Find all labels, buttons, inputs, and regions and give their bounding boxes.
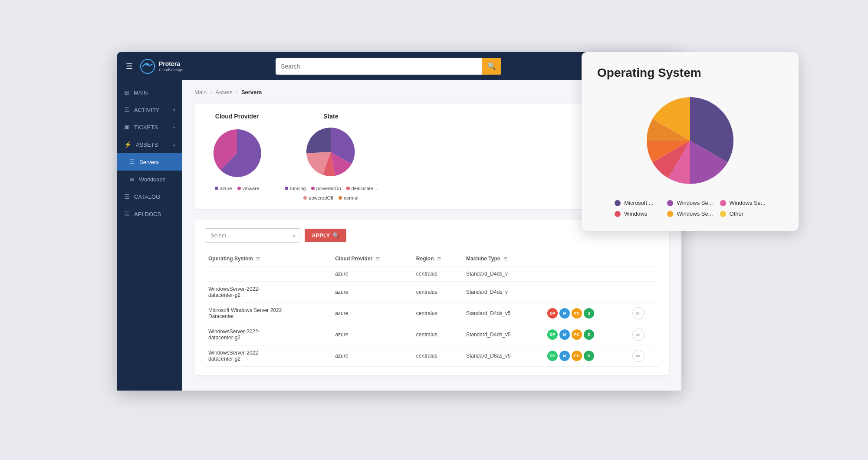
- deallocated-dot: [346, 187, 350, 190]
- vmware-label: vmware: [243, 186, 260, 191]
- badge-m: M: [559, 329, 570, 340]
- col-os: Operating System ☰: [205, 251, 332, 266]
- cell-badges: DP M PC S: [544, 345, 628, 367]
- cell-edit: ✏: [629, 303, 659, 324]
- poweredoff-label: poweredOff: [309, 195, 333, 200]
- badge-pc: PC: [572, 329, 582, 340]
- filter-select-wrapper: Select...: [205, 228, 300, 243]
- chevron-down-icon-tickets: ▾: [173, 125, 175, 130]
- col-cloud: Cloud Provider ☰: [332, 251, 413, 266]
- badge-s: S: [584, 351, 594, 361]
- cloud-provider-pie: [207, 125, 267, 181]
- sidebar-item-main[interactable]: ⊞ MAIN: [117, 84, 182, 101]
- search-button[interactable]: 🔍: [482, 58, 501, 75]
- cell-badges: [544, 266, 628, 282]
- poweredon-dot: [311, 187, 315, 190]
- sidebar: ⊞ MAIN ☰ ACTIVITY ▾ ▣ TICKETS ▾ ⚡ ASSETS…: [117, 80, 182, 391]
- breadcrumb-main[interactable]: Main: [194, 89, 207, 95]
- col-machine: Machine Type ☰: [463, 251, 544, 266]
- cell-edit: [629, 266, 659, 282]
- col-icon-os: ☰: [256, 256, 260, 261]
- edit-button[interactable]: ✏: [632, 307, 644, 319]
- main-icon: ⊞: [124, 89, 129, 96]
- sidebar-label-catalog: CATALOG: [134, 194, 175, 200]
- cloud-provider-legend: azure vmware: [215, 186, 259, 191]
- badge-m: M: [559, 308, 570, 319]
- legend-windows: Windows: [615, 210, 660, 217]
- hamburger-icon[interactable]: ☰: [126, 62, 133, 71]
- cell-machine: Standard_D4ds_v: [463, 266, 544, 282]
- breadcrumb-sep1: ›: [210, 89, 212, 95]
- tickets-icon: ▣: [124, 124, 130, 131]
- col-edit: [629, 251, 659, 266]
- search-input[interactable]: [276, 63, 482, 70]
- legend-deallocated: deallocate...: [346, 186, 377, 191]
- cell-os: WindowsServer-2022-datacenter-g2: [205, 324, 332, 345]
- breadcrumb-servers: Servers: [241, 89, 262, 95]
- sidebar-label-workloads: Workloads: [139, 176, 175, 183]
- sidebar-label-main: MAIN: [134, 89, 175, 96]
- legend-winserver-purple: Windows Se...: [667, 200, 713, 206]
- cell-machine: Standard_D4ds_v5: [463, 303, 544, 324]
- sidebar-label-servers: Servers: [139, 159, 175, 165]
- apply-icon: 🔍: [332, 232, 339, 239]
- sidebar-item-workloads[interactable]: ≋ Workloads: [117, 171, 182, 188]
- microsoft-label: Microsoft ...: [624, 200, 653, 206]
- badge-dp: DP: [547, 329, 558, 340]
- col-actions: [544, 251, 628, 266]
- azure-dot: [215, 187, 218, 190]
- poweredon-label: poweredOn: [316, 186, 341, 191]
- cell-region: centralus: [413, 324, 463, 345]
- breadcrumb-assets[interactable]: Assets: [216, 89, 233, 95]
- logo-name: Protera: [159, 60, 183, 68]
- winserver-orange-label: Windows Se...: [677, 210, 713, 217]
- cell-cloud: azure: [332, 282, 413, 303]
- edit-button[interactable]: ✏: [632, 329, 644, 341]
- state-legend-2: poweredOff normal: [303, 195, 358, 200]
- other-dot: [720, 211, 726, 217]
- badge-pc: PC: [572, 308, 582, 319]
- state-chart: State: [285, 113, 377, 200]
- windows-dot: [615, 211, 621, 217]
- badge-dp: DP: [547, 351, 558, 361]
- badge-row: DP M PC S: [547, 329, 625, 340]
- cell-edit: ✏: [629, 345, 659, 367]
- badge-pc: PC: [572, 351, 582, 361]
- logo-subtitle: CloudVantage: [159, 68, 183, 72]
- edit-button[interactable]: ✏: [632, 350, 644, 362]
- col-icon-machine: ☰: [503, 256, 507, 261]
- table-row: WindowsServer-2022-datacenter-g2 azure c…: [205, 324, 659, 345]
- cell-cloud: azure: [332, 266, 413, 282]
- cell-os: Microsoft Windows Server 2022Datacenter: [205, 303, 332, 324]
- logo-icon: [140, 59, 155, 74]
- running-dot: [285, 187, 288, 190]
- sidebar-label-assets: ASSETS: [136, 141, 169, 148]
- col-icon-region: ☰: [437, 256, 441, 261]
- cell-edit: [629, 282, 659, 303]
- cell-badges: [544, 282, 628, 303]
- apply-button[interactable]: APPLY 🔍: [305, 229, 346, 242]
- os-chart-title: Operating System: [597, 66, 783, 80]
- cell-machine: Standard_D8as_v5: [463, 345, 544, 367]
- apply-label: APPLY: [312, 232, 330, 239]
- cell-region: centralus: [413, 266, 463, 282]
- badge-s: S: [584, 329, 594, 340]
- sidebar-item-tickets[interactable]: ▣ TICKETS ▾: [117, 118, 182, 136]
- chevron-down-icon: ▾: [173, 108, 175, 112]
- workloads-icon: ≋: [129, 176, 135, 183]
- filter-select[interactable]: Select...: [205, 228, 300, 243]
- sidebar-item-assets[interactable]: ⚡ ASSETS ▴: [117, 136, 182, 153]
- legend-poweredon: poweredOn: [311, 186, 341, 191]
- sidebar-item-servers[interactable]: ☰ Servers: [117, 153, 182, 171]
- badge-row: DP M PC S: [547, 351, 625, 361]
- logo-area: Protera CloudVantage: [140, 59, 192, 74]
- legend-microsoft: Microsoft ...: [615, 200, 660, 206]
- legend-vmware: vmware: [237, 186, 260, 191]
- sidebar-item-apidocs[interactable]: ☰ API DOCS: [117, 205, 182, 223]
- apidocs-icon: ☰: [124, 210, 130, 217]
- servers-icon: ☰: [129, 158, 135, 165]
- sidebar-item-catalog[interactable]: ☰ CATALOG: [117, 188, 182, 205]
- vmware-dot: [237, 187, 241, 190]
- sidebar-item-activity[interactable]: ☰ ACTIVITY ▾: [117, 101, 182, 118]
- state-title: State: [323, 113, 338, 120]
